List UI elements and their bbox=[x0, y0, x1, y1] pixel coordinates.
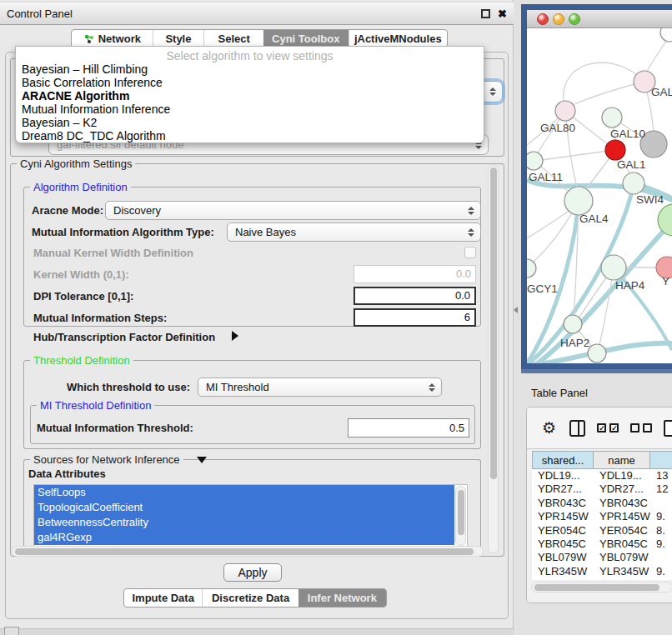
network-node-swi4[interactable] bbox=[623, 172, 644, 194]
zoom-traffic-light-icon[interactable] bbox=[569, 13, 580, 25]
collapse-arrow-icon[interactable] bbox=[197, 457, 207, 463]
cell bbox=[650, 497, 672, 510]
tab-cyni-toolbox[interactable]: Cyni Toolbox bbox=[263, 30, 349, 48]
tab-style[interactable]: Style bbox=[153, 30, 204, 48]
dpi-tolerance-field[interactable]: 0.0 bbox=[354, 287, 476, 305]
control-panel-titlebar: Control Panel ✖ bbox=[0, 2, 514, 25]
table-row[interactable]: YLR345WYLR345W9. bbox=[532, 565, 672, 578]
dropdown-item[interactable]: Basic Correlation Inference bbox=[16, 76, 484, 89]
gear-icon[interactable]: ⚙ bbox=[542, 418, 556, 438]
expand-arrow-icon[interactable] bbox=[232, 331, 238, 341]
kernel-width-field[interactable]: 0.0 bbox=[354, 265, 476, 283]
table-row[interactable]: YBL079WYBL079W bbox=[532, 551, 672, 564]
network-node-gal10[interactable] bbox=[602, 108, 622, 128]
manual-kernel-checkbox[interactable] bbox=[464, 247, 476, 258]
dropdown-item[interactable]: Mutual Information Inference bbox=[16, 102, 484, 116]
dropdown-item[interactable]: Bayesian – K2 bbox=[16, 116, 484, 129]
mi-steps-field[interactable]: 6 bbox=[354, 308, 476, 327]
threshold-definition-title: Threshold Definition bbox=[30, 354, 133, 367]
checked-checkbox-icon: ✓ bbox=[609, 423, 619, 432]
table-row[interactable]: YER054CYER054C8. bbox=[532, 524, 672, 538]
column-header-shared-name[interactable]: shared... bbox=[532, 451, 594, 469]
network-icon bbox=[83, 33, 94, 44]
tab-infer-network[interactable]: Infer Network bbox=[298, 589, 386, 607]
float-window-icon[interactable] bbox=[481, 9, 490, 18]
cell: YIL053C bbox=[532, 578, 594, 580]
dropdown-item[interactable]: Dream8 DC_TDC Algorithm bbox=[16, 129, 484, 142]
settings-horizontal-scrollbar[interactable] bbox=[12, 546, 484, 557]
table-row[interactable]: YPR145WYPR145W9. bbox=[532, 510, 672, 523]
dropdown-item-selected[interactable]: ARACNE Algorithm bbox=[16, 89, 484, 102]
tab-label: Impute Data bbox=[133, 592, 194, 604]
panel-resize-arrow-icon[interactable] bbox=[514, 307, 518, 313]
list-item[interactable]: TopologicalCoefficient bbox=[34, 500, 454, 515]
list-item[interactable]: gal4RGexp bbox=[34, 530, 454, 545]
tab-select[interactable]: Select bbox=[203, 30, 263, 48]
node-label: GAL4 bbox=[579, 212, 609, 225]
list-item[interactable]: SelfLoops bbox=[34, 485, 454, 500]
hide-columns-button[interactable] bbox=[630, 423, 652, 432]
cell: 9. bbox=[650, 538, 672, 551]
column-header-name[interactable]: name bbox=[594, 451, 650, 469]
node-label: GAL10 bbox=[610, 128, 645, 140]
table-row[interactable]: YBR043CYBR043C bbox=[532, 497, 672, 510]
table-row[interactable]: YIL053CYIL053C9 bbox=[532, 578, 672, 580]
tab-network[interactable]: Network bbox=[72, 30, 153, 48]
which-threshold-combo[interactable]: MI Threshold bbox=[198, 378, 442, 397]
minimize-traffic-light-icon[interactable] bbox=[553, 13, 564, 25]
table-row[interactable]: YDR27...YDR27...12 bbox=[532, 482, 672, 496]
cell: YDR27... bbox=[594, 482, 650, 496]
dropdown-item[interactable]: Bayesian – Hill Climbing bbox=[16, 62, 484, 76]
close-traffic-light-icon[interactable] bbox=[537, 13, 549, 25]
table-body: YDL19...YDL19...13 YDR27...YDR27...12 YB… bbox=[532, 469, 672, 580]
apply-button[interactable]: Apply bbox=[223, 563, 282, 582]
tab-jactivemnodules[interactable]: jActiveMNodules bbox=[349, 30, 447, 48]
collapsed-panel-button[interactable] bbox=[4, 627, 19, 635]
file-icon[interactable] bbox=[664, 420, 672, 437]
list-item[interactable]: BetweennessCentrality bbox=[34, 515, 454, 530]
mi-type-combo[interactable]: Naive Bayes bbox=[227, 222, 481, 242]
table-horizontal-scrollbar[interactable] bbox=[531, 582, 672, 592]
node-label: GAL1 bbox=[617, 158, 646, 171]
network-node-hap4[interactable] bbox=[601, 255, 626, 280]
node-label: GAL80 bbox=[540, 122, 575, 134]
cell: YDL19... bbox=[532, 469, 594, 482]
table-row[interactable]: YDL19...YDL19...13 bbox=[532, 469, 672, 482]
aracne-mode-combo[interactable]: Discovery bbox=[105, 201, 481, 220]
table-panel: ⚙ ✓ ✓ shared... name YDL19...YDL19...13 … bbox=[526, 407, 672, 603]
close-icon[interactable]: ✖ bbox=[498, 9, 507, 18]
tab-label: Select bbox=[218, 32, 249, 45]
list-scrollbar[interactable] bbox=[455, 486, 466, 546]
settings-vertical-scrollbar[interactable] bbox=[488, 165, 499, 553]
cell: YER054C bbox=[532, 524, 594, 538]
tab-label: Network bbox=[98, 32, 141, 45]
cell: YDR27... bbox=[532, 482, 594, 496]
apply-label: Apply bbox=[238, 566, 267, 579]
split-columns-icon[interactable] bbox=[569, 420, 585, 437]
network-node-unnamed[interactable] bbox=[658, 204, 672, 236]
network-canvas[interactable]: GAL GAL80 GAL10 GAL1 GAL11 SWI4 GAL4 GCY… bbox=[527, 28, 672, 363]
node-label: GAL bbox=[651, 86, 672, 98]
tab-discretize-data[interactable]: Discretize Data bbox=[202, 589, 298, 607]
cyni-settings-title: Cyni Algorithm Settings bbox=[17, 158, 135, 170]
manual-kernel-label: Manual Kernel Width Definition bbox=[33, 247, 193, 259]
network-node[interactable] bbox=[660, 28, 672, 42]
cell: YPR145W bbox=[532, 510, 594, 523]
network-window-titlebar[interactable] bbox=[527, 10, 672, 28]
network-node-gal80[interactable] bbox=[555, 101, 575, 121]
network-node-gal11[interactable] bbox=[527, 152, 543, 170]
mi-threshold-field[interactable]: 0.5 bbox=[348, 418, 469, 438]
network-node-unnamed[interactable] bbox=[588, 344, 606, 362]
network-node-gal4[interactable] bbox=[564, 187, 593, 215]
network-node-hap2[interactable] bbox=[564, 315, 582, 333]
hub-definition-label: Hub/Transcription Factor Definition bbox=[33, 331, 215, 343]
show-columns-button[interactable]: ✓ ✓ bbox=[597, 423, 619, 432]
tab-impute-data[interactable]: Impute Data bbox=[124, 589, 202, 607]
table-row[interactable]: YBR045CYBR045C9. bbox=[532, 538, 672, 551]
which-threshold-label: Which threshold to use: bbox=[67, 381, 190, 393]
network-node-gcy1[interactable] bbox=[527, 259, 536, 278]
column-header-clipped[interactable] bbox=[650, 451, 672, 469]
network-node-gal1[interactable] bbox=[605, 140, 625, 160]
cell: YIL053C bbox=[594, 578, 650, 580]
thick-edges[interactable] bbox=[527, 180, 672, 363]
